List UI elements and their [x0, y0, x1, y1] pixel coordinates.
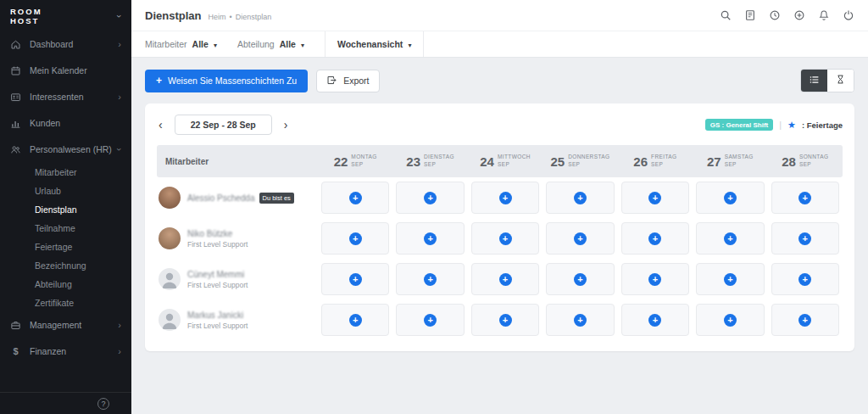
you-badge: Du bist es [259, 193, 294, 204]
timeline-view-button[interactable] [827, 70, 854, 92]
add-shift-button[interactable] [724, 232, 737, 245]
add-icon[interactable] [793, 9, 805, 21]
page-title: Dienstplan [145, 9, 201, 22]
view-mode-selector[interactable]: Wochenansicht [325, 31, 424, 57]
sidebar-item-personalwesen-hr[interactable]: Personalwesen (HR) › [0, 137, 131, 163]
add-shift-button[interactable] [724, 273, 737, 286]
add-shift-button[interactable] [424, 314, 437, 327]
chevron-right-icon: › [118, 92, 121, 102]
sidebar-subitem-mitarbeiter[interactable]: Mitarbeiter [0, 163, 131, 182]
content-area: Weisen Sie Massenschichten Zu Export 22 … [131, 58, 868, 414]
sidebar-item-label: Personalwesen (HR) [30, 144, 112, 154]
add-shift-button[interactable] [349, 273, 362, 286]
add-shift-button[interactable] [648, 232, 661, 245]
chevron-right-icon: › [118, 320, 121, 330]
top-bar: Dienstplan Heim Dienstplan [131, 0, 868, 31]
breadcrumb-home[interactable]: Heim [208, 13, 225, 21]
add-shift-button[interactable] [798, 314, 811, 327]
list-view-button[interactable] [801, 70, 827, 92]
shift-cell [546, 182, 614, 214]
logo[interactable]: ROOM HOST › [0, 0, 131, 31]
holiday-legend-label: : Feiertage [802, 120, 843, 130]
shift-cell [771, 222, 839, 255]
employee-role: First Level Support [187, 240, 248, 249]
department-filter[interactable]: Abteilung Alle [237, 31, 304, 57]
add-shift-button[interactable] [499, 192, 512, 204]
add-shift-button[interactable] [424, 273, 437, 286]
main-area: Dienstplan Heim Dienstplan Mitarbeiter A… [131, 0, 868, 414]
employee-name: Cüneyt Memmi [187, 270, 248, 279]
day-header: 27SAMSTAGSEP [693, 154, 767, 169]
sidebar-subitem-dienstplan[interactable]: Dienstplan [0, 200, 131, 219]
add-shift-button[interactable] [574, 232, 587, 245]
add-shift-button[interactable] [574, 273, 587, 286]
add-shift-button[interactable] [424, 192, 437, 204]
next-week-button[interactable] [282, 119, 290, 131]
add-shift-button[interactable] [648, 314, 661, 327]
add-shift-button[interactable] [349, 232, 362, 245]
list-icon [809, 74, 821, 88]
power-icon[interactable] [843, 9, 854, 21]
sidebar-item-label: Dashboard [30, 39, 73, 49]
add-shift-button[interactable] [349, 192, 362, 204]
sidebar-item-dashboard[interactable]: Dashboard › [0, 31, 131, 58]
notes-icon[interactable] [744, 9, 756, 21]
employee-filter-value: Alle [192, 39, 209, 49]
breadcrumb: Heim Dienstplan [208, 13, 271, 21]
chevron-down-icon: › [114, 148, 125, 151]
add-shift-button[interactable] [724, 192, 737, 204]
date-range[interactable]: 22 Sep - 28 Sep [175, 115, 272, 135]
sidebar-subitem-zertifikate[interactable]: Zertifikate [0, 294, 131, 312]
add-shift-button[interactable] [499, 314, 512, 327]
avatar [159, 268, 181, 290]
add-shift-button[interactable] [424, 232, 437, 245]
toolbar: Weisen Sie Massenschichten Zu Export [145, 69, 854, 92]
sidebar-item-finanzen[interactable]: Finanzen › [0, 338, 131, 365]
add-shift-button[interactable] [574, 192, 587, 204]
shift-cell [396, 222, 464, 255]
shift-cell [546, 263, 614, 295]
sidebar-item-mein-kalender[interactable]: Mein Kalender [0, 58, 131, 84]
sidebar-item-interessenten[interactable]: Interessenten › [0, 84, 131, 110]
search-icon[interactable] [720, 9, 732, 21]
add-shift-button[interactable] [349, 314, 362, 327]
breadcrumb-current: Dienstplan [236, 13, 272, 21]
add-shift-button[interactable] [499, 232, 512, 245]
dollar-icon [10, 346, 21, 357]
add-shift-button[interactable] [574, 314, 587, 327]
clock-icon[interactable] [769, 9, 781, 21]
sidebar-item-label: Finanzen [30, 346, 66, 356]
sidebar-subitem-abteilung[interactable]: Abteilung [0, 275, 131, 294]
employee-filter[interactable]: Mitarbeiter Alle [145, 31, 217, 57]
sidebar-subitem-teilnahme[interactable]: Teilnahme [0, 219, 131, 238]
sidebar-item-management[interactable]: Management › [0, 312, 131, 338]
help-icon[interactable] [97, 398, 109, 410]
export-button[interactable]: Export [316, 70, 379, 92]
date-navigation: 22 Sep - 28 Sep [157, 115, 289, 135]
shift-cell [471, 304, 539, 336]
add-shift-button[interactable] [648, 192, 661, 204]
employee-name: Alessio Pschedda [187, 193, 255, 203]
add-shift-button[interactable] [724, 314, 737, 327]
add-shift-button[interactable] [648, 273, 661, 286]
sidebar-item-label: Interessenten [30, 92, 84, 102]
add-shift-button[interactable] [499, 273, 512, 286]
prev-week-button[interactable] [157, 119, 164, 131]
sidebar-subitem-feiertage[interactable]: Feiertage [0, 238, 131, 256]
sidebar-item-kunden[interactable]: Kunden [0, 110, 131, 137]
general-shift-badge: GS : General Shift [705, 119, 773, 131]
add-shift-button[interactable] [798, 192, 811, 204]
sidebar-collapse-icon[interactable]: › [114, 15, 125, 19]
sidebar-subitem-urlaub[interactable]: Urlaub [0, 182, 131, 200]
sidebar-subitem-bezeichnung[interactable]: Bezeichnung [0, 256, 131, 275]
bell-icon[interactable] [818, 9, 830, 21]
caret-down-icon [214, 39, 217, 49]
assign-bulk-shifts-button[interactable]: Weisen Sie Massenschichten Zu [145, 70, 308, 92]
avatar [159, 187, 181, 209]
shift-cell [621, 182, 689, 214]
add-shift-button[interactable] [798, 273, 811, 286]
shift-cell [621, 263, 689, 295]
avatar [159, 227, 181, 249]
shift-cell [471, 222, 539, 255]
add-shift-button[interactable] [798, 232, 811, 245]
